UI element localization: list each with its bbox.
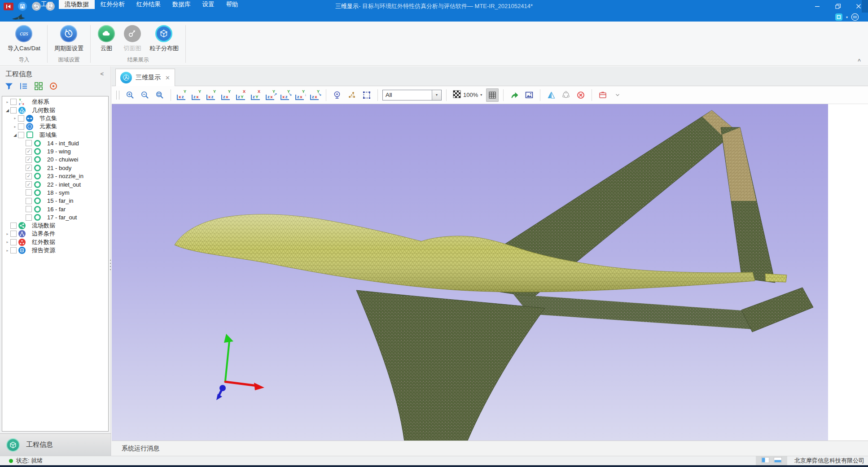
tree-checkbox[interactable] [18,115,24,122]
tree-row-0[interactable]: ▸Yzx坐标系 [2,98,108,106]
menu-tab-4[interactable]: 数据库 [167,0,197,9]
menu-tab-2[interactable]: 红外分析 [95,0,131,9]
tree-expand-icon[interactable]: ◢ [13,133,18,137]
tree-checkbox[interactable] [10,223,17,229]
ribbon-button-particle-distribution[interactable]: 粒子分布图 [145,24,183,55]
tree-row-18[interactable]: ▸报告资源 [2,246,108,254]
view-iso-4-button[interactable]: Yzx↘ [309,89,321,101]
tree-row-2[interactable]: ▸节点集 [2,114,108,122]
ribbon-collapse-icon[interactable]: ^ [858,58,861,64]
account-button[interactable] [851,13,859,21]
tree-row-16[interactable]: ▸边界条件 [2,230,108,238]
menu-tab-1[interactable]: 流场数据 [59,0,95,9]
view-bottom-button[interactable]: XzY [250,89,262,101]
tree-checkbox[interactable] [26,140,32,146]
tree-expand-icon[interactable]: ▸ [5,232,10,236]
view-front-button[interactable]: Yxz [175,89,188,101]
view-right-button[interactable]: Yzx [220,89,232,101]
tree-checkbox[interactable]: ✓ [26,173,32,179]
layout-left-button[interactable] [761,457,769,465]
ribbon-button-cas-import[interactable]: cas导入Cas/Dat [4,24,44,55]
view-iso-3-button[interactable]: Yzx↓ [294,89,307,101]
tree-row-12[interactable]: 15 - far_in [2,197,108,205]
tree-row-7[interactable]: ✓20 - chuiwei [2,156,108,164]
cancel-button[interactable] [574,88,587,102]
ribbon-button-section-plane[interactable]: 切面图 [119,24,145,55]
ribbon-button-periodic-face[interactable]: 周期面设置 [50,24,88,55]
outline-button[interactable] [19,81,29,91]
display-filter-combo[interactable]: All▾ [382,90,442,100]
box-select-button[interactable] [360,88,373,102]
tree-checkbox[interactable] [18,123,24,130]
zoom-caret-icon[interactable]: ▾ [480,93,482,97]
tab-close-icon[interactable]: ✕ [165,74,170,81]
tree-row-1[interactable]: ◢几何数据 [2,106,108,114]
tree-expand-icon[interactable]: ▸ [5,100,10,104]
tree-row-10[interactable]: ✓22 - inlet_out [2,180,108,188]
tree-row-5[interactable]: 14 - int_fluid [2,139,108,147]
toolbar-drag-handle[interactable] [116,91,119,100]
tree-checkbox[interactable] [26,206,32,212]
group-view-button[interactable] [34,81,44,91]
tree-checkbox[interactable] [10,231,17,237]
view-iso-1-button[interactable]: Yzx↗ [264,89,277,101]
tree-row-11[interactable]: 18 - sym [2,188,108,196]
mirror-button[interactable] [545,88,557,102]
tree-checkbox[interactable] [10,99,17,105]
mesh-toggle-button[interactable] [486,88,499,102]
locate-button[interactable] [48,81,58,91]
zoom-percent-control[interactable]: 100%▾ [451,90,484,100]
view-iso-2-button[interactable]: Yxz↘ [279,89,292,101]
tree-row-13[interactable]: 16 - far [2,205,108,213]
tree-checkbox[interactable]: ✓ [26,181,32,188]
tab-3d-view[interactable]: 三维显示 ✕ [115,69,175,86]
zoom-window-button[interactable] [153,88,166,102]
tree-checkbox[interactable]: ✓ [26,148,32,155]
export-view-button[interactable] [508,88,521,102]
tree-checkbox[interactable] [26,214,32,221]
zoom-in-button[interactable] [124,88,136,102]
snapshot-button[interactable] [523,88,535,102]
probe-button[interactable] [331,88,343,102]
clip-box-button[interactable] [596,88,609,102]
ribbon-button-contour-cloud[interactable]: 云图 [93,24,119,55]
menu-tab-3[interactable]: 红外结果 [131,0,167,9]
tree-checkbox[interactable] [18,132,24,138]
restore-button[interactable] [834,2,842,10]
tree-row-6[interactable]: ✓19 - wing [2,147,108,155]
tree-expand-icon[interactable]: ◢ [5,108,10,113]
tree-expand-icon[interactable]: ▸ [5,249,10,253]
tree-row-14[interactable]: 17 - far_out [2,213,108,221]
tree-row-15[interactable]: 流场数据 [2,222,108,230]
menu-tab-6[interactable]: 帮助 [220,0,244,9]
tree-row-4[interactable]: ◢面域集 [2,131,108,139]
view-top-button[interactable]: XzY [235,89,247,101]
theme-dropdown[interactable]: ▾ [846,15,848,19]
zoom-out-button[interactable] [139,88,151,102]
tree-checkbox[interactable] [26,189,32,196]
view-left-button[interactable]: Yxz [205,89,218,101]
tree-row-17[interactable]: ▸红外数据 [2,238,108,246]
tree-expand-icon[interactable]: ▸ [13,125,18,129]
filter-button[interactable] [4,81,14,91]
tree-checkbox[interactable] [10,247,17,253]
tree-checkbox[interactable] [10,239,17,245]
tree-expand-icon[interactable]: ▸ [13,116,18,120]
minimize-button[interactable] [813,2,821,10]
view-back-button[interactable]: Yzx [190,89,203,101]
mesh-display-button[interactable] [560,88,572,102]
tree-checkbox[interactable]: ✓ [26,165,32,171]
tree-row-9[interactable]: ✓23 - nozzle_in [2,172,108,180]
tree-checkbox[interactable]: ✓ [26,157,32,163]
panel-footer[interactable]: 工程信息 [0,433,111,456]
nodes-display-button[interactable] [346,88,358,102]
menu-tab-5[interactable]: 设置 [197,0,220,9]
layout-bottom-button[interactable] [774,457,782,465]
menu-tab-0[interactable]: 工程 [35,0,59,9]
viewport-3d[interactable] [112,104,828,441]
clip-box-dropdown[interactable] [611,88,624,102]
combo-dropdown-icon[interactable]: ▾ [432,90,441,100]
tree-checkbox[interactable] [10,107,17,113]
tree-row-8[interactable]: ✓21 - body [2,164,108,172]
theme-button[interactable] [835,13,843,21]
